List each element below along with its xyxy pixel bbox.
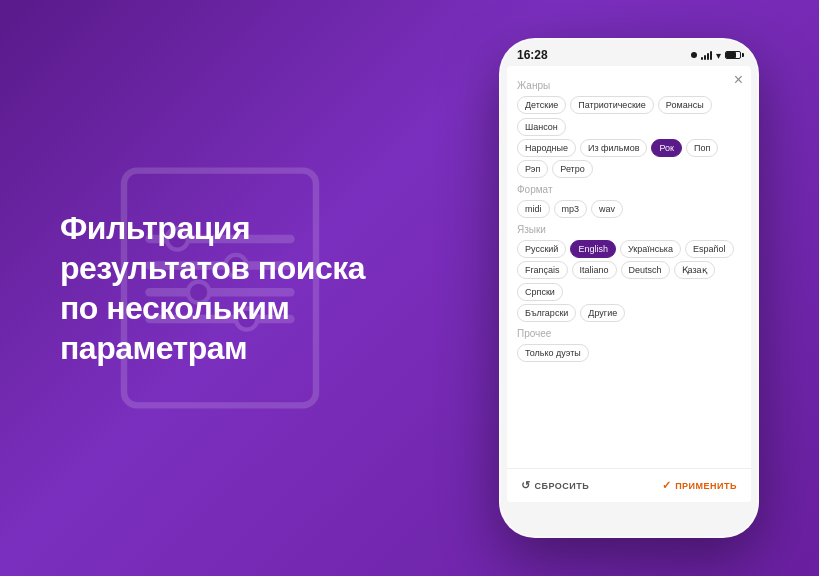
tag-espanol[interactable]: Español [685, 240, 734, 258]
tag-drugie[interactable]: Другие [580, 304, 625, 322]
tag-english[interactable]: English [570, 240, 616, 258]
phone-wrapper: 16:28 ▾ × Жанры [479, 8, 819, 568]
languages-section: Языки Русский English Українська Español… [517, 224, 741, 322]
languages-row-3: Български Другие [517, 304, 741, 322]
reset-button[interactable]: ↺ СБРОСИТЬ [521, 479, 589, 492]
tag-rep[interactable]: Рэп [517, 160, 548, 178]
tag-romansy[interactable]: Романсы [658, 96, 712, 114]
tag-narodnye[interactable]: Народные [517, 139, 576, 157]
languages-label: Языки [517, 224, 741, 235]
genres-row-2: Народные Из фильмов Рок Поп [517, 139, 741, 157]
tag-retro[interactable]: Ретро [552, 160, 592, 178]
camera-dot [691, 52, 697, 58]
genres-section: Жанры Детские Патриотические Романсы Шан… [517, 80, 741, 178]
phone-screen: × Жанры Детские Патриотические Романсы Ш… [507, 66, 751, 502]
tag-shanson[interactable]: Шансон [517, 118, 566, 136]
tag-wav[interactable]: wav [591, 200, 623, 218]
tag-mp3[interactable]: mp3 [554, 200, 588, 218]
format-row-1: midi mp3 wav [517, 200, 741, 218]
status-icons: ▾ [691, 50, 741, 61]
tag-pop[interactable]: Поп [686, 139, 718, 157]
other-section: Прочее Только дуэты [517, 328, 741, 362]
tag-russian[interactable]: Русский [517, 240, 566, 258]
tag-midi[interactable]: midi [517, 200, 550, 218]
tag-detskie[interactable]: Детские [517, 96, 566, 114]
tag-patrioticheskie[interactable]: Патриотические [570, 96, 654, 114]
page-title: Фильтрация результатов поиска по несколь… [60, 208, 380, 368]
phone-footer: ↺ СБРОСИТЬ ✓ ПРИМЕНИТЬ [507, 468, 751, 502]
genres-row-1: Детские Патриотические Романсы Шансон [517, 96, 741, 136]
phone-mockup: 16:28 ▾ × Жанры [499, 38, 759, 538]
languages-row-2: Français Italiano Deutsch Қазақ Српски [517, 261, 741, 301]
other-row-1: Только дуэты [517, 344, 741, 362]
tag-italiano[interactable]: Italiano [572, 261, 617, 279]
tag-ukrainian[interactable]: Українська [620, 240, 681, 258]
close-button[interactable]: × [734, 72, 743, 88]
tag-deutsch[interactable]: Deutsch [621, 261, 670, 279]
apply-icon: ✓ [662, 479, 672, 492]
apply-button[interactable]: ✓ ПРИМЕНИТЬ [662, 479, 737, 492]
tag-srpski[interactable]: Српски [517, 283, 563, 301]
tag-rok[interactable]: Рок [651, 139, 682, 157]
wifi-icon: ▾ [716, 50, 721, 61]
tag-kazak[interactable]: Қазақ [674, 261, 715, 279]
apply-label: ПРИМЕНИТЬ [675, 481, 737, 491]
format-section: Формат midi mp3 wav [517, 184, 741, 218]
reset-label: СБРОСИТЬ [535, 481, 590, 491]
signal-icon [701, 50, 712, 60]
genres-row-3: Рэп Ретро [517, 160, 741, 178]
other-label: Прочее [517, 328, 741, 339]
status-time: 16:28 [517, 48, 548, 62]
genres-label: Жанры [517, 80, 741, 91]
languages-row-1: Русский English Українська Español [517, 240, 741, 258]
battery-icon [725, 51, 741, 59]
left-content: Фильтрация результатов поиска по несколь… [0, 168, 380, 408]
reset-icon: ↺ [521, 479, 531, 492]
tag-duety[interactable]: Только дуэты [517, 344, 589, 362]
tag-francais[interactable]: Français [517, 261, 568, 279]
tag-balgarski[interactable]: Български [517, 304, 576, 322]
tag-iz-filmov[interactable]: Из фильмов [580, 139, 647, 157]
format-label: Формат [517, 184, 741, 195]
status-bar: 16:28 ▾ [501, 40, 757, 66]
